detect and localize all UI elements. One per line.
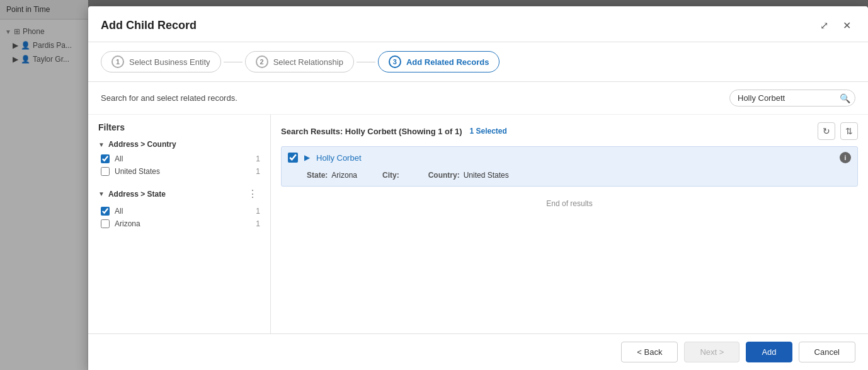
city-label: City: (382, 171, 399, 180)
filter-group-state-toggle[interactable]: ▼ Address > State (98, 190, 166, 199)
chevron-down-icon-state: ▼ (98, 190, 105, 197)
state-label: State: (307, 171, 328, 180)
step-1-label: Select Business Entity (129, 57, 210, 67)
filters-panel: Filters ▼ Address > Country All 1 (88, 115, 271, 333)
filter-group-country-header: ▼ Address > Country (98, 140, 260, 149)
filter-country-all-label[interactable]: All (115, 154, 251, 163)
result-row-main: ▶ Holly Corbet i (282, 147, 857, 168)
selected-badge: 1 Selected (469, 127, 506, 136)
step-2-label: Select Relationship (273, 57, 343, 67)
sort-icon: ⇅ (845, 126, 853, 136)
next-button[interactable]: Next > (684, 342, 740, 362)
filter-state-all-label[interactable]: All (115, 207, 251, 216)
results-title-wrap: Search Results: Holly Corbett (Showing 1… (281, 127, 507, 136)
search-input-wrap: 🔍 (729, 90, 855, 107)
state-value: Arizona (331, 171, 357, 180)
step-3-circle: 3 (389, 55, 401, 68)
result-row: ▶ Holly Corbet i State: Arizona City: (281, 146, 858, 187)
result-row-detail: State: Arizona City: Country: United Sta… (282, 168, 857, 186)
filter-country-all-count: 1 (256, 154, 260, 163)
result-city-pair: City: (382, 171, 403, 180)
result-item-name[interactable]: Holly Corbet (316, 153, 835, 163)
country-label: Country: (428, 171, 460, 180)
close-icon: ✕ (843, 20, 851, 32)
back-label: < Back (637, 347, 662, 357)
search-icon: 🔍 (840, 93, 850, 103)
results-title: Search Results: Holly Corbett (Showing 1… (281, 127, 462, 136)
cancel-label: Cancel (814, 347, 840, 357)
modal-header-icons: ⤢ ✕ (815, 16, 855, 34)
result-info-button[interactable]: i (840, 152, 851, 163)
filter-country-us: United States 1 (98, 165, 260, 178)
filter-state-arizona-label[interactable]: Arizona (115, 219, 251, 228)
filter-state-all: All 1 (98, 205, 260, 217)
next-label: Next > (700, 347, 724, 357)
modal-title: Add Child Record (101, 19, 197, 32)
filters-title: Filters (98, 122, 260, 132)
filter-group-state: ▼ Address > State ⋮ All 1 Arizona 1 (98, 187, 260, 230)
results-header: Search Results: Holly Corbett (Showing 1… (281, 122, 858, 140)
filter-group-country: ▼ Address > Country All 1 United States … (98, 140, 260, 178)
cancel-button[interactable]: Cancel (799, 342, 855, 362)
step-2-select-relationship[interactable]: 2 Select Relationship (245, 51, 354, 72)
step-2-circle: 2 (256, 55, 268, 68)
refresh-results-button[interactable]: ↻ (818, 122, 835, 140)
filter-country-us-count: 1 (256, 167, 260, 176)
step-3-add-related-records[interactable]: 3 Add Related Records (378, 51, 500, 72)
filter-group-state-header: ▼ Address > State ⋮ (98, 187, 260, 201)
filter-group-country-toggle[interactable]: ▼ Address > Country (98, 140, 176, 149)
filter-state-all-count: 1 (256, 207, 260, 216)
filter-state-arizona: Arizona 1 (98, 217, 260, 230)
filter-group-state-menu-icon[interactable]: ⋮ (245, 187, 260, 201)
search-description: Search for and select related records. (101, 93, 237, 103)
modal-body: Search for and select related records. 🔍… (88, 82, 868, 333)
modal-footer: < Back Next > Add Cancel (88, 333, 868, 370)
back-button[interactable]: < Back (621, 342, 678, 362)
step-1-select-business-entity[interactable]: 1 Select Business Entity (101, 51, 221, 72)
step-3-label: Add Related Records (406, 57, 489, 67)
refresh-icon: ↻ (823, 126, 830, 136)
filter-country-us-label[interactable]: United States (115, 167, 251, 176)
results-actions: ↻ ⇅ (818, 122, 858, 140)
results-panel: Search Results: Holly Corbett (Showing 1… (271, 115, 868, 333)
modal-header: Add Child Record ⤢ ✕ (88, 6, 868, 42)
add-label: Add (762, 347, 776, 357)
result-item-checkbox[interactable] (288, 153, 298, 163)
sort-results-button[interactable]: ⇅ (840, 122, 858, 140)
expand-modal-button[interactable]: ⤢ (815, 16, 833, 34)
filter-group-country-label: Address > Country (108, 140, 176, 149)
filter-country-all-checkbox[interactable] (101, 154, 110, 163)
add-child-record-modal: Add Child Record ⤢ ✕ 1 Select Business E… (88, 6, 868, 370)
result-expand-icon[interactable]: ▶ (303, 153, 311, 162)
result-country-pair: Country: United States (428, 171, 509, 180)
search-input[interactable] (729, 90, 855, 107)
filter-group-state-label: Address > State (108, 190, 166, 199)
filter-state-all-checkbox[interactable] (101, 207, 110, 216)
result-state-pair: State: Arizona (307, 171, 357, 180)
step-1-circle: 1 (111, 55, 124, 68)
filter-country-all: All 1 (98, 153, 260, 165)
step-separator-2 (357, 62, 375, 62)
step-separator-1 (224, 62, 243, 62)
country-value: United States (464, 171, 509, 180)
filter-state-arizona-checkbox[interactable] (101, 219, 110, 228)
expand-icon: ⤢ (820, 20, 828, 32)
search-bar-row: Search for and select related records. 🔍 (88, 82, 868, 115)
close-modal-button[interactable]: ✕ (838, 16, 855, 34)
content-area: Filters ▼ Address > Country All 1 (88, 115, 868, 333)
add-button[interactable]: Add (746, 342, 792, 362)
chevron-down-icon-country: ▼ (98, 141, 105, 148)
stepper: 1 Select Business Entity 2 Select Relati… (88, 42, 868, 82)
filter-country-us-checkbox[interactable] (101, 167, 110, 176)
end-of-results: End of results (281, 189, 858, 218)
info-icon: i (845, 154, 847, 161)
filter-state-arizona-count: 1 (256, 219, 260, 228)
